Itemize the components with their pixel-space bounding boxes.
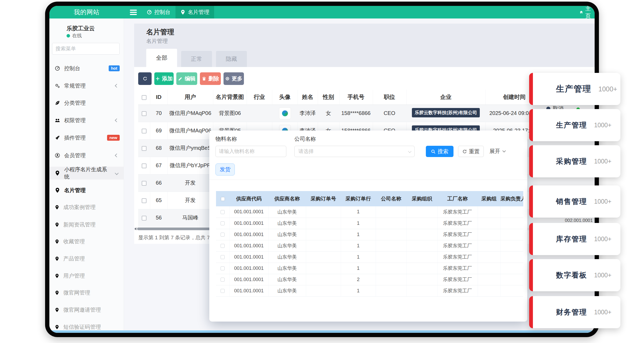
tab-normal[interactable]: 正常 [181, 51, 212, 67]
col-phone[interactable]: 手机号 [339, 90, 373, 105]
cell-po-line: 2 [341, 274, 376, 285]
module-card-inventory[interactable]: 库存管理 1000+ [529, 223, 620, 255]
delete-button[interactable]: 删除 [200, 72, 221, 85]
sidebar-item-news[interactable]: 新闻资讯管理 [49, 218, 124, 231]
module-card-sales[interactable]: 销售管理 1000+ [529, 185, 620, 218]
cell-purchase-group [478, 274, 500, 285]
material-name-input[interactable] [219, 148, 285, 154]
module-card-production-2[interactable]: 生产管理 1000+ [529, 109, 620, 141]
hscrollbar-left-arrow[interactable] [134, 228, 136, 230]
sidebar-item-micro-site[interactable]: 微官网管理 [49, 286, 124, 299]
row-checkbox[interactable] [221, 210, 225, 214]
row-checkbox[interactable] [142, 198, 147, 203]
supplier-row[interactable]: 001.001.0001 山东华美 1 乐胶东莞工厂 [216, 285, 523, 296]
row-checkbox[interactable] [142, 129, 147, 133]
more-button[interactable]: 更多 [224, 72, 244, 85]
cell-company [376, 263, 407, 274]
refresh-button[interactable] [138, 72, 152, 85]
row-checkbox[interactable] [142, 163, 147, 168]
sidebar-item-favorites[interactable]: 收藏管理 [49, 235, 124, 248]
map-pin-icon [55, 170, 60, 176]
header-home-link[interactable]: 主页 [575, 6, 595, 18]
edit-button[interactable]: 编辑 [176, 72, 197, 85]
company-select[interactable]: 请选择 [294, 146, 415, 157]
sidebar-item-general[interactable]: 常规管理 [49, 79, 124, 92]
col-id[interactable]: ID [150, 90, 167, 105]
sidebar-item-console[interactable]: 控制台 hot [49, 62, 124, 75]
col-user[interactable]: 用户 [167, 90, 213, 105]
row-checkbox[interactable] [142, 181, 147, 186]
row-checkbox[interactable] [221, 255, 225, 259]
col-company[interactable]: 企业 [406, 90, 485, 105]
header-tab-card-management[interactable]: 名片管理 [175, 6, 214, 18]
hamburger-menu-icon[interactable] [130, 10, 137, 15]
table-row[interactable]: 70 微信用户MAqP06 背景图06 李沛泽 女 158****6866 CE… [138, 105, 595, 122]
col-gender[interactable]: 性别 [318, 90, 339, 105]
hscrollbar-thumb[interactable] [137, 228, 211, 230]
row-checkbox[interactable] [221, 278, 225, 282]
add-button[interactable]: 添加 [154, 72, 174, 85]
sidebar-item-users[interactable]: 用户管理 [49, 269, 124, 282]
sidebar-item-micro-site-invite[interactable]: 微官网邀请管理 [49, 303, 124, 316]
supplier-row[interactable]: 001.001.0001 山东华美 1 乐胶东莞工厂 [216, 263, 523, 274]
row-checkbox[interactable] [142, 111, 147, 116]
module-card-digital-board[interactable]: 数字看板 1000+ [529, 259, 620, 291]
tab-all[interactable]: 全部 [146, 49, 177, 67]
search-button[interactable]: 搜索 [426, 146, 453, 157]
row-checkbox[interactable] [221, 289, 225, 293]
expand-toggle[interactable]: 展开 [489, 148, 505, 155]
reset-button[interactable]: 重置 [458, 146, 484, 157]
sidebar-item-miniprogram-cards[interactable]: 小程序名片生成系统 [49, 167, 124, 180]
sidebar-search-input[interactable] [56, 46, 121, 52]
cell-id: 68 [150, 139, 167, 157]
sidebar-item-members[interactable]: 会员管理 [49, 149, 124, 162]
bottom-scrollbar[interactable] [49, 330, 595, 333]
supplier-row[interactable]: 001.001.0001 山东华美 1 乐胶东莞工厂 [216, 240, 523, 251]
cell-supplier-name: 山东华美 [268, 274, 306, 285]
supplier-row[interactable]: 001.001.0001 山东华美 1 乐胶东莞工厂 [216, 206, 523, 218]
table-header-row: ID 用户 名片背景图 行业 头像 姓名 性别 手机号 职位 企业 创建时间 [138, 90, 595, 105]
cell-supplier-code: 001.001.0001 [229, 206, 268, 218]
select-all-checkbox[interactable] [221, 197, 225, 201]
material-name-label: 物料名称 [215, 135, 237, 143]
divider [209, 180, 527, 180]
company-badge: 乐胶云数字科技(苏州)有限公司 [412, 108, 480, 117]
col-title[interactable]: 职位 [373, 90, 406, 105]
header-tab-console[interactable]: 控制台 [142, 6, 175, 18]
col-supplier-code: 供应商代码 [229, 191, 268, 206]
select-all-checkbox[interactable] [142, 95, 147, 100]
cell-id: 67 [150, 157, 167, 174]
sidebar-item-permissions[interactable]: 权限管理 [49, 114, 124, 127]
row-checkbox[interactable] [142, 146, 147, 151]
supplier-row[interactable]: 001.001.0001 山东华美 2 乐胶东莞工厂 [216, 274, 523, 285]
row-checkbox[interactable] [221, 233, 225, 237]
row-checkbox[interactable] [221, 266, 225, 270]
supplier-row[interactable]: 001.001.0001 山东华美 1 乐胶东莞工厂 [216, 251, 523, 263]
sidebar-item-card-management[interactable]: 名片管理 [49, 184, 124, 197]
sidebar-item-success-cases[interactable]: 成功案例管理 [49, 201, 124, 214]
module-card-production-1[interactable]: 生产管理 1000+ [529, 73, 620, 105]
col-card-bg[interactable]: 名片背景图 [213, 90, 247, 105]
map-pin-icon [55, 256, 59, 261]
row-checkbox[interactable] [142, 216, 147, 221]
col-name[interactable]: 姓名 [298, 90, 318, 105]
cell-po-number [306, 251, 341, 263]
cell-factory: 乐胶东莞工厂 [437, 240, 478, 251]
col-avatar[interactable]: 头像 [272, 90, 298, 105]
sidebar-item-category[interactable]: 分类管理 [49, 96, 124, 109]
cell-factory: 乐胶东莞工厂 [437, 206, 478, 218]
cell-industry [247, 105, 272, 122]
module-card-purchasing[interactable]: 采购管理 1000+ [529, 145, 620, 177]
sidebar-item-products[interactable]: 产品管理 [49, 252, 124, 265]
tab-hidden[interactable]: 隐藏 [216, 51, 247, 67]
cell-company [376, 240, 407, 251]
module-card-finance[interactable]: 财务管理 1000+ [529, 296, 620, 328]
supplier-row[interactable]: 001.001.0001 山东华美 1 乐胶东莞工厂 [216, 218, 523, 229]
row-checkbox[interactable] [221, 244, 225, 248]
supplier-row[interactable]: 001.001.0001 山东华美 1 乐胶东莞工厂 [216, 229, 523, 240]
cell-supplier-code: 001.001.0001 [229, 274, 268, 285]
col-industry[interactable]: 行业 [247, 90, 272, 105]
ship-button[interactable]: 发货 [215, 163, 235, 176]
sidebar-item-plugins[interactable]: 插件管理 new [49, 131, 124, 144]
row-checkbox[interactable] [221, 221, 225, 225]
